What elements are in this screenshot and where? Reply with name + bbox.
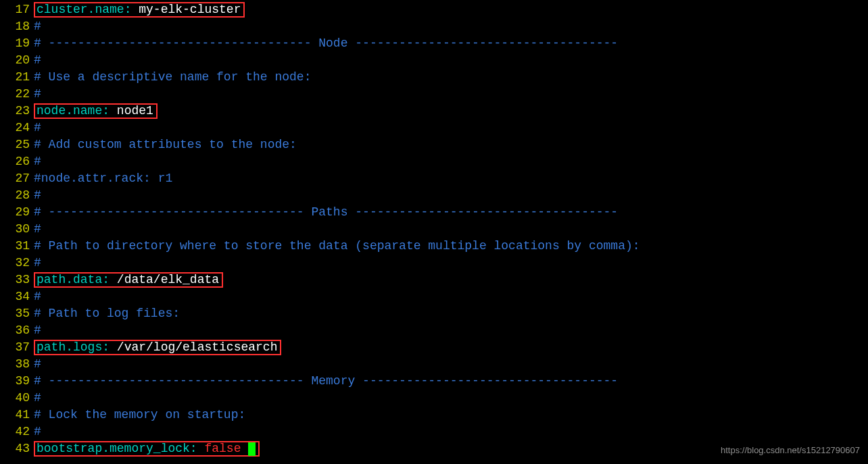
line-number: 18 bbox=[0, 18, 34, 35]
code-line: 30 # bbox=[0, 221, 868, 238]
code-line: 23 node.name: node1 bbox=[0, 103, 868, 120]
comment: # Path to log files: bbox=[34, 305, 180, 322]
line-number: 35 bbox=[0, 305, 34, 322]
code-line: 37 path.logs: /var/log/elasticsearch bbox=[0, 339, 868, 356]
line-number: 31 bbox=[0, 238, 34, 255]
yaml-key: path.logs bbox=[37, 339, 102, 356]
line-number: 42 bbox=[0, 423, 34, 440]
code-line: 38 # bbox=[0, 356, 868, 373]
comment: # bbox=[34, 390, 41, 407]
code-line: 17 cluster.name: my-elk-cluster bbox=[0, 1, 868, 18]
line-number: 17 bbox=[0, 1, 34, 18]
comment: # bbox=[34, 153, 41, 170]
code-line: 25 # Add custom attributes to the node: bbox=[0, 136, 868, 153]
line-number: 25 bbox=[0, 136, 34, 153]
code-line: 20 # bbox=[0, 52, 868, 69]
yaml-value: node1 bbox=[117, 103, 153, 120]
yaml-value: /var/log/elasticsearch bbox=[117, 339, 278, 356]
yaml-value: false bbox=[204, 440, 241, 457]
line-number: 34 bbox=[0, 288, 34, 305]
line-number: 23 bbox=[0, 103, 34, 120]
code-line: 32 # bbox=[0, 255, 868, 272]
comment: # bbox=[34, 322, 41, 339]
comment: # Use a descriptive name for the node: bbox=[34, 69, 311, 86]
code-line: 27 #node.attr.rack: r1 bbox=[0, 170, 868, 187]
line-number: 22 bbox=[0, 86, 34, 103]
line-number: 21 bbox=[0, 69, 34, 86]
line-number: 29 bbox=[0, 204, 34, 221]
highlighted-config: node.name: node1 bbox=[34, 103, 158, 119]
line-number: 43 bbox=[0, 440, 34, 457]
highlighted-config: path.data: /data/elk_data bbox=[34, 272, 223, 288]
code-editor[interactable]: 17 cluster.name: my-elk-cluster 18 # 19 … bbox=[0, 0, 868, 457]
comment: # bbox=[34, 356, 41, 373]
code-line: 18 # bbox=[0, 18, 868, 35]
highlighted-config: path.logs: /var/log/elasticsearch bbox=[34, 340, 281, 355]
comment: # bbox=[34, 120, 41, 136]
code-line: 26 # bbox=[0, 153, 868, 170]
comment: # bbox=[34, 255, 41, 272]
line-number: 30 bbox=[0, 221, 34, 238]
yaml-key: cluster.name bbox=[37, 1, 124, 18]
code-line: 35 # Path to log files: bbox=[0, 305, 868, 322]
line-number: 37 bbox=[0, 339, 34, 356]
line-number: 32 bbox=[0, 255, 34, 272]
code-line: 28 # bbox=[0, 187, 868, 204]
code-line: 19 # -----------------------------------… bbox=[0, 35, 868, 52]
line-number: 19 bbox=[0, 35, 34, 52]
highlighted-config: bootstrap.memory_lock: false bbox=[34, 441, 260, 457]
line-number: 36 bbox=[0, 322, 34, 339]
comment: # bbox=[34, 423, 41, 440]
yaml-value: my-elk-cluster bbox=[139, 1, 241, 18]
comment: # bbox=[34, 86, 41, 103]
line-number: 27 bbox=[0, 170, 34, 187]
line-number: 20 bbox=[0, 52, 34, 69]
yaml-value: /data/elk_data bbox=[117, 272, 219, 288]
section-header-paths: # ----------------------------------- Pa… bbox=[34, 204, 618, 221]
code-line: 42 # bbox=[0, 423, 868, 440]
code-line: 21 # Use a descriptive name for the node… bbox=[0, 69, 868, 86]
code-line: 39 # -----------------------------------… bbox=[0, 373, 868, 390]
watermark: https://blog.csdn.net/s15212790607 bbox=[721, 442, 860, 459]
line-number: 33 bbox=[0, 272, 34, 288]
line-number: 28 bbox=[0, 187, 34, 204]
code-line: 34 # bbox=[0, 288, 868, 305]
code-line: 36 # bbox=[0, 322, 868, 339]
code-line: 22 # bbox=[0, 86, 868, 103]
yaml-key: path.data bbox=[37, 272, 102, 288]
yaml-key: bootstrap.memory_lock bbox=[37, 440, 190, 457]
comment: # Add custom attributes to the node: bbox=[34, 136, 297, 153]
highlighted-config: cluster.name: my-elk-cluster bbox=[34, 2, 245, 18]
comment: # bbox=[34, 18, 41, 35]
comment: # bbox=[34, 52, 41, 69]
section-header-memory: # ----------------------------------- Me… bbox=[34, 373, 618, 390]
line-number: 24 bbox=[0, 120, 34, 136]
line-number: 41 bbox=[0, 407, 34, 423]
section-header-node: # ------------------------------------ N… bbox=[34, 35, 618, 52]
line-number: 38 bbox=[0, 356, 34, 373]
code-line: 29 # -----------------------------------… bbox=[0, 204, 868, 221]
line-number: 26 bbox=[0, 153, 34, 170]
comment: # bbox=[34, 187, 41, 204]
comment: # Path to directory where to store the d… bbox=[34, 238, 640, 255]
code-line: 33 path.data: /data/elk_data bbox=[0, 272, 868, 288]
comment: # bbox=[34, 288, 41, 305]
cursor-icon bbox=[248, 442, 256, 456]
line-number: 39 bbox=[0, 373, 34, 390]
comment: # bbox=[34, 221, 41, 238]
yaml-key: node.name bbox=[37, 103, 102, 120]
code-line: 41 # Lock the memory on startup: bbox=[0, 407, 868, 423]
comment: #node.attr.rack: r1 bbox=[34, 170, 172, 187]
code-line: 40 # bbox=[0, 390, 868, 407]
code-line: 24 # bbox=[0, 120, 868, 136]
line-number: 40 bbox=[0, 390, 34, 407]
code-line: 31 # Path to directory where to store th… bbox=[0, 238, 868, 255]
comment: # Lock the memory on startup: bbox=[34, 407, 245, 423]
